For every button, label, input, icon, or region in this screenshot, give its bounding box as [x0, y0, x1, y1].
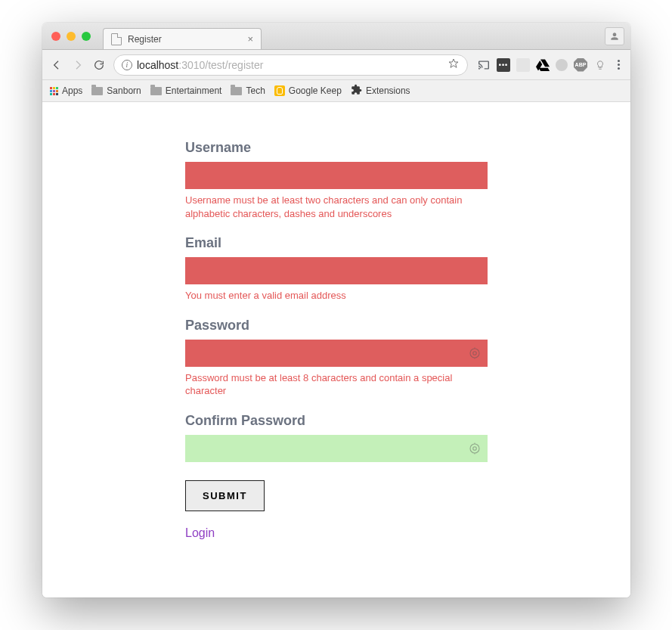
- window-titlebar: Register ×: [42, 23, 630, 50]
- password-label: Password: [185, 318, 488, 334]
- reload-button[interactable]: [92, 59, 106, 71]
- browser-tab[interactable]: Register ×: [103, 28, 262, 49]
- url-text: localhost:3010/test/register: [137, 59, 263, 71]
- extension-icon-3[interactable]: [516, 58, 530, 72]
- address-bar: i localhost:3010/test/register ••• ABP: [42, 50, 630, 80]
- confirm-password-input[interactable]: [185, 435, 488, 462]
- username-label: Username: [185, 140, 488, 156]
- field-username: Username Username must be at least two c…: [185, 140, 488, 220]
- extension-icons: ••• ABP: [475, 58, 607, 72]
- bookmark-star-icon[interactable]: [447, 57, 460, 73]
- tab-title: Register: [128, 34, 241, 45]
- username-error: Username must be at least two characters…: [185, 194, 488, 220]
- email-label: Email: [185, 235, 488, 251]
- close-window-button[interactable]: [51, 32, 60, 41]
- svg-point-2: [470, 444, 479, 453]
- bookmark-folder-sanborn[interactable]: Sanborn: [91, 85, 141, 96]
- username-input[interactable]: [185, 162, 488, 189]
- bookmark-folder-tech[interactable]: Tech: [231, 85, 265, 96]
- site-info-icon[interactable]: i: [122, 60, 132, 70]
- page-icon: [111, 33, 122, 45]
- puzzle-icon: [351, 84, 362, 98]
- browser-window: Register × i localhost:3010/test/registe…: [42, 23, 630, 597]
- bookmark-label: Apps: [62, 85, 82, 96]
- bookmark-label: Entertainment: [166, 85, 222, 96]
- extension-abp-icon[interactable]: ABP: [574, 58, 587, 72]
- close-tab-button[interactable]: ×: [247, 33, 253, 45]
- maximize-window-button[interactable]: [82, 32, 91, 41]
- browser-menu-button[interactable]: [615, 60, 623, 70]
- email-error: You must enter a valid email address: [185, 289, 488, 303]
- minimize-window-button[interactable]: [67, 32, 76, 41]
- bookmark-apps[interactable]: Apps: [50, 85, 82, 96]
- password-manager-icon[interactable]: [468, 442, 482, 455]
- bookmark-label: Sanborn: [107, 85, 141, 96]
- field-password: Password Password must be at least 8 cha…: [185, 318, 488, 398]
- extension-bulb-icon[interactable]: [593, 58, 607, 72]
- password-error: Password must be at least 8 characters a…: [185, 371, 488, 398]
- page-content: Username Username must be at least two c…: [42, 102, 630, 597]
- password-manager-icon[interactable]: [468, 346, 482, 360]
- bookmark-label: Tech: [246, 85, 265, 96]
- bookmark-google-keep[interactable]: Google Keep: [274, 85, 342, 96]
- back-button[interactable]: [50, 59, 63, 71]
- cast-icon[interactable]: [477, 58, 491, 72]
- forward-button[interactable]: [71, 59, 85, 71]
- register-form: Username Username must be at least two c…: [185, 140, 488, 540]
- user-icon: [609, 31, 620, 42]
- bookmark-label: Extensions: [366, 85, 410, 96]
- bookmarks-bar: Apps Sanborn Entertainment Tech Google K…: [42, 80, 630, 102]
- svg-point-3: [473, 446, 477, 450]
- extension-drive-icon[interactable]: [536, 58, 550, 72]
- extension-icon-5[interactable]: [556, 59, 568, 71]
- password-input[interactable]: [185, 340, 488, 367]
- bookmark-extensions[interactable]: Extensions: [351, 84, 410, 98]
- apps-icon: [50, 87, 58, 95]
- folder-icon: [91, 87, 103, 95]
- folder-icon: [150, 87, 162, 95]
- window-controls: [42, 32, 91, 41]
- svg-point-0: [470, 349, 479, 358]
- profile-button[interactable]: [605, 27, 624, 45]
- omnibox[interactable]: i localhost:3010/test/register: [113, 54, 468, 76]
- bookmark-label: Google Keep: [289, 85, 342, 96]
- folder-icon: [231, 87, 242, 95]
- svg-point-1: [473, 351, 477, 355]
- field-confirm-password: Confirm Password: [185, 413, 488, 462]
- keep-icon: [274, 85, 285, 96]
- extension-lastpass-icon[interactable]: •••: [497, 58, 510, 72]
- login-link[interactable]: Login: [185, 526, 488, 540]
- bookmark-folder-entertainment[interactable]: Entertainment: [150, 85, 222, 96]
- confirm-password-label: Confirm Password: [185, 413, 488, 429]
- submit-button[interactable]: SUBMIT: [185, 480, 265, 511]
- field-email: Email You must enter a valid email addre…: [185, 235, 488, 303]
- email-input[interactable]: [185, 257, 488, 284]
